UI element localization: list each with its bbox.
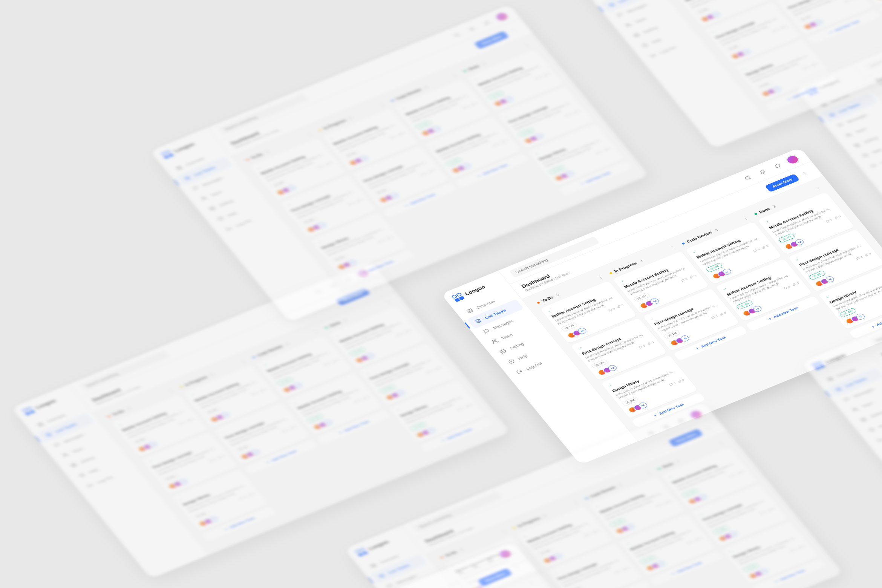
- column-menu-icon[interactable]: ⋮: [526, 580, 535, 586]
- svg-line-118: [239, 448, 241, 449]
- attachments-count: 3: [543, 72, 551, 77]
- more-dots-icon[interactable]: ⋮: [508, 27, 521, 35]
- column-menu-icon[interactable]: ⋮: [500, 529, 508, 535]
- svg-line-612: [450, 162, 452, 163]
- svg-line-614: [451, 163, 453, 164]
- profile-avatar[interactable]: [493, 11, 510, 23]
- column-menu-icon[interactable]: ⋮: [450, 72, 459, 78]
- pin-icon: [784, 1, 789, 5]
- bell-icon[interactable]: [464, 23, 480, 35]
- svg-line-606: [420, 125, 422, 126]
- pin-icon: [220, 431, 226, 435]
- pin-icon: [825, 295, 831, 299]
- pin-icon: [359, 175, 364, 178]
- bell-icon[interactable]: [467, 560, 484, 572]
- more-dots-icon[interactable]: ⋮: [511, 564, 524, 572]
- profile-avatar[interactable]: [497, 548, 513, 560]
- svg-line-106: [198, 516, 200, 517]
- sidebar-item-label: Log Out: [659, 45, 677, 55]
- svg-line-605: [406, 205, 408, 206]
- svg-line-147: [384, 390, 386, 390]
- svg-rect-163: [825, 104, 827, 106]
- sidebar-item-label: Setting: [869, 410, 882, 418]
- column-menu-icon[interactable]: ⋮: [384, 299, 393, 305]
- svg-line-146: [384, 389, 386, 390]
- attachments-count: 3: [864, 252, 872, 257]
- layers-icon: [607, 2, 617, 8]
- chat-icon[interactable]: [482, 554, 499, 566]
- column-menu-icon[interactable]: ⋮: [717, 440, 726, 447]
- message-icon: [385, 583, 395, 588]
- gear-icon: [69, 462, 78, 468]
- bell-icon[interactable]: [754, 166, 771, 178]
- grid-icon: [369, 562, 378, 569]
- profile-avatar[interactable]: [784, 154, 801, 165]
- column-menu-icon[interactable]: ⋮: [645, 470, 653, 476]
- column-menu-icon[interactable]: ⋮: [305, 131, 314, 138]
- svg-line-639: [581, 183, 583, 184]
- column-menu-icon[interactable]: ⋮: [596, 274, 605, 280]
- pin-icon: [650, 317, 655, 321]
- svg-line-288: [615, 524, 617, 525]
- pin-icon: [317, 241, 322, 245]
- column-label: To Do: [112, 409, 125, 416]
- logout-icon: [869, 162, 879, 169]
- chat-icon[interactable]: [769, 160, 786, 172]
- column-count: 3: [210, 373, 214, 377]
- svg-line-608: [421, 126, 423, 127]
- attachments-count: 3: [356, 198, 364, 203]
- attachments-count: 3: [737, 470, 745, 475]
- column-count: 3: [772, 205, 776, 208]
- pin-icon: [723, 288, 728, 291]
- pin-icon: [432, 145, 437, 149]
- attachments-count: 3: [719, 311, 727, 316]
- svg-line-142: [355, 353, 357, 354]
- svg-line-12: [566, 327, 568, 328]
- column-count: 3: [424, 85, 428, 89]
- column-count: 3: [459, 548, 463, 551]
- attachments-count: 3: [429, 168, 436, 173]
- profile-avatar[interactable]: [688, 409, 704, 420]
- svg-line-680: [803, 20, 805, 20]
- svg-line-671: [788, 99, 790, 100]
- logout-icon: [876, 437, 882, 443]
- comments-count: 3: [462, 105, 470, 110]
- pin-icon: [474, 78, 479, 82]
- logo-text: Loogoo: [464, 285, 487, 297]
- column-count: 3: [542, 514, 547, 518]
- bell-icon[interactable]: [658, 421, 674, 433]
- column-menu-icon[interactable]: ⋮: [572, 499, 581, 506]
- search-icon[interactable]: [739, 172, 756, 184]
- avatar: [875, 0, 882, 1]
- column-menu-icon[interactable]: ⋮: [312, 329, 320, 335]
- assignees[interactable]: +2: [875, 0, 882, 1]
- svg-line-314: [748, 568, 750, 569]
- svg-line-113: [209, 412, 211, 412]
- svg-line-126: [281, 381, 283, 382]
- more-dots-icon[interactable]: ⋮: [799, 170, 812, 178]
- svg-line-598: [378, 191, 380, 192]
- sidebar-item-label: Log Out: [96, 475, 114, 485]
- more-dots-icon[interactable]: ⋮: [702, 424, 715, 433]
- message-icon: [52, 442, 62, 448]
- column-menu-icon[interactable]: ⋮: [239, 358, 248, 364]
- sidebar-item-label: Setting: [642, 25, 658, 34]
- svg-point-645: [626, 24, 628, 26]
- column-menu-icon[interactable]: ⋮: [378, 102, 387, 108]
- column-menu-icon[interactable]: ⋮: [669, 245, 677, 251]
- svg-line-621: [493, 96, 495, 96]
- comments-count: 3: [680, 278, 688, 282]
- search-icon[interactable]: [449, 29, 465, 41]
- column-label: Done: [758, 207, 771, 214]
- chat-icon[interactable]: [479, 17, 495, 29]
- search-icon[interactable]: [452, 567, 469, 578]
- sidebar-item-label: Help: [226, 211, 238, 218]
- comments-count: 3: [825, 219, 833, 223]
- comments-count: 3: [856, 256, 864, 260]
- team-icon: [199, 195, 209, 202]
- column-menu-icon[interactable]: ⋮: [167, 388, 176, 394]
- column-menu-icon[interactable]: ⋮: [741, 215, 750, 221]
- column-menu-icon[interactable]: ⋮: [523, 43, 531, 49]
- attachments-count: 3: [573, 109, 581, 114]
- column-menu-icon[interactable]: ⋮: [814, 185, 822, 192]
